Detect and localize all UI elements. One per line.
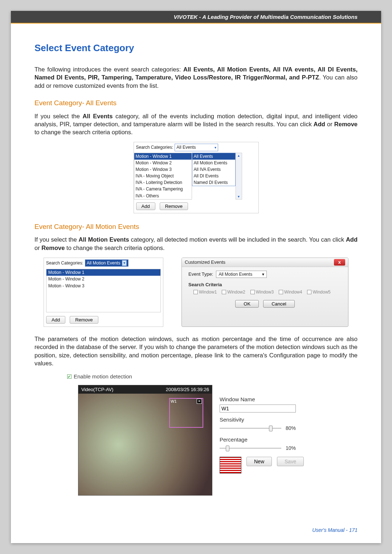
motion-params-paragraph: The parameters of the motion detection w… — [34, 335, 358, 367]
search-categories-dropdown[interactable]: All Motion Events ▾ — [85, 259, 128, 267]
percentage-value: 10% — [286, 445, 296, 452]
search-categories-dropdown[interactable]: All Events ▾ — [175, 144, 218, 151]
chevron-down-icon: ▾ — [262, 271, 264, 277]
list-item[interactable]: All Events — [192, 153, 235, 160]
add-button[interactable]: Add — [46, 316, 65, 324]
scrollbar[interactable]: ▴ ▾ — [236, 153, 242, 200]
cancel-button[interactable]: Cancel — [263, 300, 294, 308]
camera-video-panel: Video(TCP-AV) 2008/03/25 16:39:26 W1 ✕ — [78, 385, 212, 496]
camera-settings-panel: Window Name Sensitivity 80% Percentage 1… — [220, 385, 314, 474]
window-checkbox[interactable]: Window5 — [307, 289, 330, 295]
chevron-down-icon: ▾ — [215, 145, 216, 150]
search-categories-panel: Search Categories: All Events ▾ Motion -… — [134, 142, 259, 213]
customized-events-dialog: Customized Events x Event Type: All Moti… — [181, 258, 348, 327]
list-item[interactable]: IVA - Loitering Detection — [134, 179, 192, 186]
all-motion-paragraph: If you select the All Motion Events cate… — [34, 235, 358, 252]
enable-motion-detection-checkbox[interactable]: ✔ Enable motion detection — [67, 373, 358, 380]
window-checkbox[interactable]: Window1 — [193, 289, 217, 295]
all-motion-heading: Event Category- All Motion Events — [34, 222, 358, 231]
scroll-up-icon[interactable]: ▴ — [236, 153, 242, 158]
window-name-label: Window Name — [220, 396, 314, 403]
new-button[interactable]: New — [246, 457, 272, 466]
video-timestamp: 2008/03/25 16:39:26 — [166, 386, 209, 393]
event-list[interactable]: Motion - Window 1 Motion - Window 2 Moti… — [134, 153, 192, 200]
document-page: VIVOTEK - A Leading Provider of Multimed… — [11, 11, 381, 543]
dropdown-open-list[interactable]: All Events All Motion Events All IVA Eve… — [192, 153, 236, 186]
page-content: Select Event Category The following intr… — [11, 24, 381, 496]
search-categories-lists: Motion - Window 1 Motion - Window 2 Moti… — [134, 153, 258, 200]
page-footer: User's Manual - 171 — [312, 527, 358, 533]
all-events-paragraph: If you select the All Events category, a… — [34, 112, 358, 136]
percentage-label: Percentage — [220, 436, 314, 443]
intro-prefix: The following introduces the event searc… — [34, 66, 183, 73]
add-button[interactable]: Add — [136, 202, 155, 210]
motion-meter — [220, 457, 241, 473]
window-checkbox[interactable]: Window4 — [279, 289, 302, 295]
search-criteria-group: Window1 Window2 Window3 Window4 Window5 — [193, 289, 342, 295]
dialog-title: Customized Events — [185, 259, 225, 266]
remove-button[interactable]: Remove — [70, 316, 98, 324]
close-icon[interactable]: ✕ — [197, 399, 202, 404]
motion-search-panel: Search Categories: All Motion Events ▾ M… — [44, 258, 163, 327]
video-protocol-label: Video(TCP-AV) — [81, 386, 113, 393]
sensitivity-slider[interactable] — [220, 428, 281, 429]
slider-thumb[interactable] — [269, 426, 273, 431]
event-type-label: Event Type: — [188, 271, 213, 278]
camera-config-figure: Video(TCP-AV) 2008/03/25 16:39:26 W1 ✕ W… — [34, 385, 358, 496]
page-header: VIVOTEK - A Leading Provider of Multimed… — [11, 11, 381, 24]
list-item[interactable]: All Motion Events — [192, 160, 235, 166]
remove-button[interactable]: Remove — [160, 202, 188, 210]
list-item[interactable]: Motion - Window 1 — [46, 269, 160, 276]
intro-paragraph: The following introduces the event searc… — [34, 65, 358, 90]
save-button[interactable]: Save — [277, 457, 304, 466]
list-item[interactable]: Motion - Window 3 — [134, 166, 192, 173]
list-item[interactable]: Motion - Window 3 — [46, 283, 160, 289]
figure-motion-events: Search Categories: All Motion Events ▾ M… — [34, 258, 358, 327]
sensitivity-label: Sensitivity — [220, 416, 314, 423]
list-item[interactable]: Motion - Window 2 — [134, 160, 192, 166]
search-categories-label: Search Categories: — [46, 260, 83, 266]
enable-motion-detection-label: Enable motion detection — [74, 373, 132, 380]
search-categories-label: Search Categories: — [136, 144, 173, 150]
search-criteria-label: Search Criteria — [188, 282, 342, 288]
camera-preview-image[interactable]: W1 ✕ — [78, 394, 212, 495]
list-item[interactable]: IVA - Others — [134, 193, 192, 199]
chevron-down-icon: ▾ — [122, 260, 127, 266]
motion-window-overlay[interactable]: W1 ✕ — [169, 398, 203, 428]
close-icon[interactable]: x — [334, 259, 345, 266]
list-item[interactable]: IVA - Camera Tampering — [134, 186, 192, 192]
all-events-heading: Event Category- All Events — [34, 98, 358, 108]
slider-thumb[interactable] — [226, 446, 229, 451]
list-item[interactable]: All DI Events — [192, 173, 235, 179]
list-item[interactable]: Motion - Window 2 — [46, 276, 160, 282]
motion-window-name: W1 — [171, 399, 177, 404]
scroll-down-icon[interactable]: ▾ — [236, 194, 242, 199]
figure-search-categories: Search Categories: All Events ▾ Motion -… — [34, 142, 358, 213]
list-item[interactable]: All IVA Events — [192, 166, 235, 173]
sensitivity-value: 80% — [286, 425, 296, 432]
percentage-slider[interactable] — [220, 448, 281, 449]
ok-button[interactable]: OK — [235, 300, 259, 308]
list-item[interactable]: Named DI Events — [192, 179, 235, 186]
checkbox-icon: ✔ — [67, 374, 72, 379]
window-name-input[interactable] — [220, 405, 296, 413]
window-checkbox[interactable]: Window3 — [250, 289, 274, 295]
section-title: Select Event Category — [34, 42, 358, 54]
motion-list[interactable]: Motion - Window 1 Motion - Window 2 Moti… — [46, 269, 161, 312]
event-type-dropdown[interactable]: All Motion Events ▾ — [216, 271, 267, 278]
list-item[interactable]: Motion - Window 1 — [134, 153, 192, 160]
header-brand: VIVOTEK - A Leading Provider of Multimed… — [174, 14, 358, 20]
list-item[interactable]: IVA - Moving Object — [134, 173, 192, 179]
window-checkbox[interactable]: Window2 — [222, 289, 245, 295]
